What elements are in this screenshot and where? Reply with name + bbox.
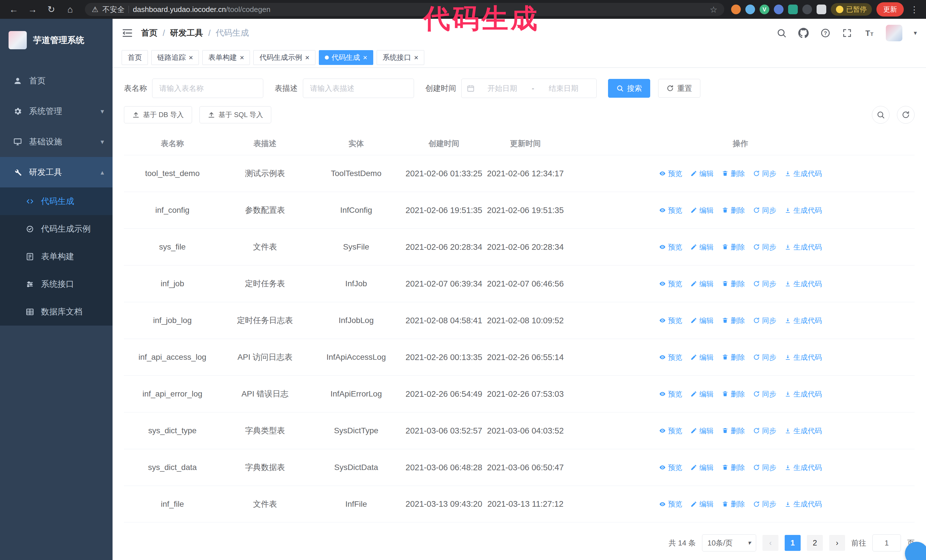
search-icon[interactable]	[776, 28, 787, 38]
delete-link[interactable]: 删除	[722, 242, 745, 253]
edit-link[interactable]: 编辑	[690, 352, 714, 363]
preview-link[interactable]: 预览	[659, 352, 682, 363]
edit-link[interactable]: 编辑	[690, 205, 714, 216]
prev-page-button[interactable]: ‹	[763, 535, 778, 551]
edit-link[interactable]: 编辑	[690, 242, 714, 253]
tab-close-icon[interactable]: ×	[240, 54, 244, 61]
preview-link[interactable]: 预览	[659, 315, 682, 326]
import-db-button[interactable]: 基于 DB 导入	[124, 106, 192, 123]
delete-link[interactable]: 删除	[722, 168, 745, 179]
edit-link[interactable]: 编辑	[690, 168, 714, 179]
generate-code-link[interactable]: 生成代码	[784, 462, 822, 473]
table-desc-input[interactable]	[303, 78, 414, 98]
tab-close-icon[interactable]: ×	[363, 54, 367, 61]
sync-link[interactable]: 同步	[753, 388, 776, 400]
delete-link[interactable]: 删除	[722, 352, 745, 363]
sync-link[interactable]: 同步	[753, 425, 776, 436]
edit-link[interactable]: 编辑	[690, 462, 714, 473]
preview-link[interactable]: 预览	[659, 278, 682, 290]
sidebar-toggle-icon[interactable]	[122, 27, 133, 39]
sidebar-item-system[interactable]: 系统管理 ▾	[0, 96, 112, 127]
extension-icon[interactable]: V	[760, 5, 769, 14]
reload-icon[interactable]: ↻	[43, 4, 59, 15]
generate-code-link[interactable]: 生成代码	[784, 278, 822, 290]
logo[interactable]: 芋道管理系统	[0, 19, 112, 62]
tab[interactable]: 链路追踪 ×	[151, 50, 199, 65]
refresh-table-button[interactable]	[897, 106, 915, 124]
edit-link[interactable]: 编辑	[690, 388, 714, 400]
sync-link[interactable]: 同步	[753, 462, 776, 473]
generate-code-link[interactable]: 生成代码	[784, 242, 822, 253]
font-size-icon[interactable]: TT	[864, 28, 875, 38]
update-button[interactable]: 更新	[876, 2, 904, 17]
delete-link[interactable]: 删除	[722, 205, 745, 216]
date-range-picker[interactable]: 开始日期 - 结束日期	[461, 78, 597, 98]
sync-link[interactable]: 同步	[753, 242, 776, 253]
delete-link[interactable]: 删除	[722, 498, 745, 510]
tab[interactable]: 表单构建 ×	[202, 50, 250, 65]
page-1-button[interactable]: 1	[785, 535, 800, 551]
bookmark-star-icon[interactable]: ☆	[710, 5, 717, 15]
search-button[interactable]: 搜索	[608, 79, 650, 98]
extension-icon[interactable]	[731, 5, 741, 14]
delete-link[interactable]: 删除	[722, 278, 745, 290]
extension-icon[interactable]	[802, 5, 812, 14]
sync-link[interactable]: 同步	[753, 315, 776, 326]
sidebar-item-codegen[interactable]: 代码生成	[0, 187, 112, 215]
paused-badge[interactable]: 已暂停	[831, 3, 872, 16]
delete-link[interactable]: 删除	[722, 462, 745, 473]
preview-link[interactable]: 预览	[659, 168, 682, 179]
sidebar-item-form-builder[interactable]: 表单构建	[0, 243, 112, 270]
page-2-button[interactable]: 2	[807, 535, 823, 551]
back-icon[interactable]: ←	[6, 4, 22, 15]
edit-link[interactable]: 编辑	[690, 278, 714, 290]
delete-link[interactable]: 删除	[722, 388, 745, 400]
sync-link[interactable]: 同步	[753, 352, 776, 363]
tab-close-icon[interactable]: ×	[305, 54, 309, 61]
sidebar-item-db-docs[interactable]: 数据库文档	[0, 298, 112, 326]
fullscreen-icon[interactable]	[842, 28, 852, 38]
generate-code-link[interactable]: 生成代码	[784, 498, 822, 510]
import-sql-button[interactable]: 基于 SQL 导入	[200, 106, 271, 123]
forward-icon[interactable]: →	[24, 4, 41, 15]
breadcrumb-devtools[interactable]: 研发工具	[170, 27, 203, 39]
search-toggle-button[interactable]	[872, 106, 890, 124]
extension-icon[interactable]	[745, 5, 755, 14]
puzzle-extension-icon[interactable]	[817, 5, 826, 14]
tab[interactable]: 系统接口 ×	[377, 50, 424, 65]
generate-code-link[interactable]: 生成代码	[784, 352, 822, 363]
tab-close-icon[interactable]: ×	[414, 54, 418, 61]
generate-code-link[interactable]: 生成代码	[784, 205, 822, 216]
sync-link[interactable]: 同步	[753, 278, 776, 290]
table-name-input[interactable]	[152, 78, 263, 98]
extension-icon[interactable]	[788, 5, 798, 14]
preview-link[interactable]: 预览	[659, 498, 682, 510]
generate-code-link[interactable]: 生成代码	[784, 315, 822, 326]
help-icon[interactable]: ?	[820, 28, 831, 38]
edit-link[interactable]: 编辑	[690, 425, 714, 436]
extension-icon[interactable]	[774, 5, 784, 14]
generate-code-link[interactable]: 生成代码	[784, 388, 822, 400]
preview-link[interactable]: 预览	[659, 425, 682, 436]
edit-link[interactable]: 编辑	[690, 498, 714, 510]
tab-close-icon[interactable]: ×	[189, 54, 193, 61]
edit-link[interactable]: 编辑	[690, 315, 714, 326]
avatar[interactable]	[886, 25, 902, 41]
generate-code-link[interactable]: 生成代码	[784, 425, 822, 436]
sidebar-item-devtools[interactable]: 研发工具 ▴	[0, 157, 112, 187]
breadcrumb-home[interactable]: 首页	[141, 27, 157, 39]
delete-link[interactable]: 删除	[722, 425, 745, 436]
delete-link[interactable]: 删除	[722, 315, 745, 326]
preview-link[interactable]: 预览	[659, 462, 682, 473]
sync-link[interactable]: 同步	[753, 168, 776, 179]
tab[interactable]: 代码生成 ×	[319, 50, 373, 65]
next-page-button[interactable]: ›	[829, 535, 845, 551]
goto-page-input[interactable]	[872, 534, 901, 551]
github-icon[interactable]	[798, 28, 809, 38]
tab[interactable]: 代码生成示例 ×	[253, 50, 315, 65]
tab[interactable]: 首页 ×	[122, 50, 148, 65]
page-size-select[interactable]: 10条/页 ▾	[702, 534, 756, 551]
preview-link[interactable]: 预览	[659, 242, 682, 253]
sidebar-item-codegen-example[interactable]: 代码生成示例	[0, 215, 112, 243]
sidebar-item-system-api[interactable]: 系统接口	[0, 270, 112, 298]
